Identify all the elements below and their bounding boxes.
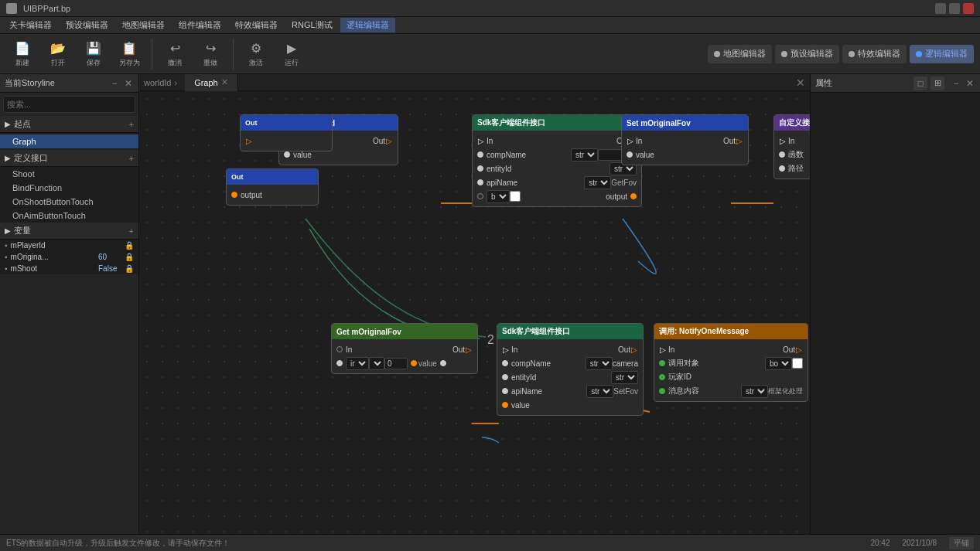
notify-out-port[interactable]: ▷ (795, 345, 803, 353)
graph-canvas[interactable]: Set mPlayerId ▷ In Out ▷ value Out (139, 91, 810, 534)
sdk2-entityid-select[interactable]: str (611, 371, 638, 384)
minimize-btn[interactable] (935, 3, 946, 14)
menu-logic-editor[interactable]: 逻辑编辑器 (340, 18, 395, 32)
section-var-add[interactable]: + (129, 226, 134, 236)
sdk1-compname-port[interactable] (477, 151, 483, 158)
sdk1-entityid-port[interactable] (477, 165, 483, 172)
section-interface-add[interactable]: + (129, 154, 134, 163)
right-panel-minus[interactable]: − (951, 78, 961, 89)
sdk1-bool-select[interactable]: bool (487, 190, 510, 203)
node-small-top[interactable]: Out ▷ (240, 114, 333, 151)
graph-tab[interactable]: Graph ✕ (185, 74, 238, 91)
set-fov-value-port[interactable] (627, 151, 633, 158)
node-output[interactable]: Out output (226, 168, 319, 206)
get-fov-int-input[interactable] (384, 358, 408, 369)
maximize-btn[interactable] (949, 3, 960, 14)
notify-msg-port[interactable] (659, 388, 665, 394)
sdk2-entityid-port[interactable] (502, 374, 508, 380)
menu-preset-editor[interactable]: 预设编辑器 (60, 18, 114, 32)
menu-component-editor[interactable]: 组件编辑器 (172, 18, 227, 32)
output-port[interactable] (231, 192, 237, 198)
notify-playerid-port[interactable] (659, 374, 665, 380)
menu-rngl[interactable]: RNGL测试 (285, 18, 339, 32)
sdk1-compname-select[interactable]: str (571, 148, 598, 162)
node-sdk-client-1[interactable]: Sdk客户端组件接口 ▷ In Out ▷ compName str (472, 114, 642, 207)
get-fov-value-out-port[interactable] (440, 360, 446, 366)
component-editor-plugin[interactable]: 特效编辑器 (842, 45, 907, 63)
section-nodes[interactable]: ▶ 起点 + (0, 116, 138, 133)
redo-button[interactable]: ↪ 重做 (194, 37, 227, 71)
sdk2-apiname-select[interactable]: str (586, 385, 613, 398)
section-interface[interactable]: ▶ 定义接口 + (0, 150, 138, 167)
node-get-moriginalfov[interactable]: Get mOriginalFov In Out ▷ int val (331, 323, 478, 374)
notify-in-port[interactable]: ▷ (659, 345, 667, 353)
sdk2-apiname-port[interactable] (502, 388, 508, 394)
small-exec[interactable]: ▷ (245, 137, 253, 145)
logic-editor-plugin[interactable]: 逻辑编辑器 (910, 45, 974, 63)
node-set-moriginalfov[interactable]: Set mOriginalFov ▷ In Out ▷ value (621, 114, 749, 165)
sdk1-apiname-port[interactable] (477, 179, 483, 185)
sdk1-apiname-select[interactable]: str (584, 176, 611, 189)
section-interface-label: 定义接口 (14, 152, 48, 164)
get-fov-out-port[interactable]: ▷ (465, 345, 473, 353)
left-search-input[interactable] (7, 100, 131, 109)
saveas-button[interactable]: 📋 另存为 (113, 37, 145, 71)
notify-caller-select[interactable]: bool (765, 357, 792, 370)
set-fov-in-port[interactable]: ▷ (627, 137, 634, 145)
get-fov-int-port[interactable] (336, 360, 343, 366)
left-panel-close[interactable]: ✕ (123, 78, 134, 89)
interface-shoot[interactable]: Shoot (0, 167, 138, 181)
save-button[interactable]: 💾 保存 (77, 37, 110, 71)
map-editor-plugin[interactable]: 地图编辑器 (708, 45, 772, 63)
graph-tab-close[interactable]: ✕ (221, 77, 228, 87)
graph-item[interactable]: Graph (0, 134, 138, 148)
compile-button[interactable]: ⚙ 激活 (240, 37, 272, 71)
sdk2-compname-select[interactable]: str (586, 357, 613, 370)
interface-onaim[interactable]: OnAimButtonTouch (0, 209, 138, 223)
node-sdk1-header: Sdk客户端组件接口 (473, 115, 641, 131)
section-add-btn[interactable]: + (129, 120, 134, 129)
sdk2-in-port[interactable]: ▷ (502, 345, 510, 353)
menu-effect-editor[interactable]: 特效编辑器 (229, 18, 284, 32)
sdk1-bool-checkbox[interactable] (510, 191, 521, 202)
left-search-box[interactable] (3, 96, 135, 113)
right-panel-close[interactable]: ✕ (965, 78, 975, 89)
value-in-port[interactable] (284, 151, 290, 158)
run-button[interactable]: ▶ 运行 (275, 37, 308, 71)
close-btn[interactable] (963, 3, 974, 14)
node-notify-one[interactable]: 调用: NotifyOneMessage ▷ In Out ▷ 调用对象 boo… (654, 323, 808, 402)
menu-card-editor[interactable]: 关卡编辑器 (3, 18, 58, 32)
notify-caller-cb[interactable] (792, 358, 803, 369)
preset-editor-plugin[interactable]: 预设编辑器 (775, 45, 839, 63)
get-fov-int-select[interactable]: int (346, 357, 369, 370)
graph-panel-close[interactable]: ✕ (796, 77, 805, 89)
left-panel-minus[interactable]: − (109, 78, 120, 89)
undo-button[interactable]: ↩ 撤消 (159, 37, 191, 71)
interface-onshoot[interactable]: OnShootButtonTouch (0, 195, 138, 209)
get-fov-arrow-select[interactable] (369, 357, 384, 370)
sdk2-compname-port[interactable] (502, 360, 508, 366)
out-label: Out (340, 137, 386, 145)
sdk2-out-port[interactable]: ▷ (630, 345, 638, 353)
custom-func-port[interactable] (779, 151, 785, 158)
new-button[interactable]: 📄 新建 (6, 37, 39, 71)
custom-in-port[interactable]: ▷ (779, 137, 787, 145)
right-panel-btn2[interactable]: ⊞ (930, 77, 944, 90)
status-tile-btn[interactable]: 平铺 (949, 537, 974, 549)
section-variables[interactable]: ▶ 变量 + (0, 223, 138, 240)
interface-bind[interactable]: BindFunction (0, 181, 138, 195)
custom-path-port[interactable] (779, 165, 785, 172)
node-sdk-client-2[interactable]: Sdk客户端组件接口 ▷ In Out ▷ compName str camer… (497, 323, 644, 416)
right-panel-btn1[interactable]: □ (913, 77, 927, 90)
sdk1-in-port[interactable]: ▷ (477, 137, 485, 145)
node-custom-interface[interactable]: 自定义接口 ▷ In Out ▷ 函数 uttonTouch (773, 114, 810, 179)
set-fov-out-port[interactable]: ▷ (736, 137, 743, 145)
get-fov-int-out-port[interactable] (411, 360, 417, 366)
sdk1-output-port[interactable] (630, 193, 637, 199)
notify-caller-port[interactable] (659, 360, 665, 366)
open-button[interactable]: 📂 打开 (42, 37, 74, 71)
exec-out-port[interactable]: ▷ (385, 137, 393, 145)
menu-map-editor[interactable]: 地图编辑器 (116, 18, 171, 32)
sdk2-value-port[interactable] (502, 402, 508, 408)
notify-msg-select[interactable]: str (741, 385, 768, 398)
